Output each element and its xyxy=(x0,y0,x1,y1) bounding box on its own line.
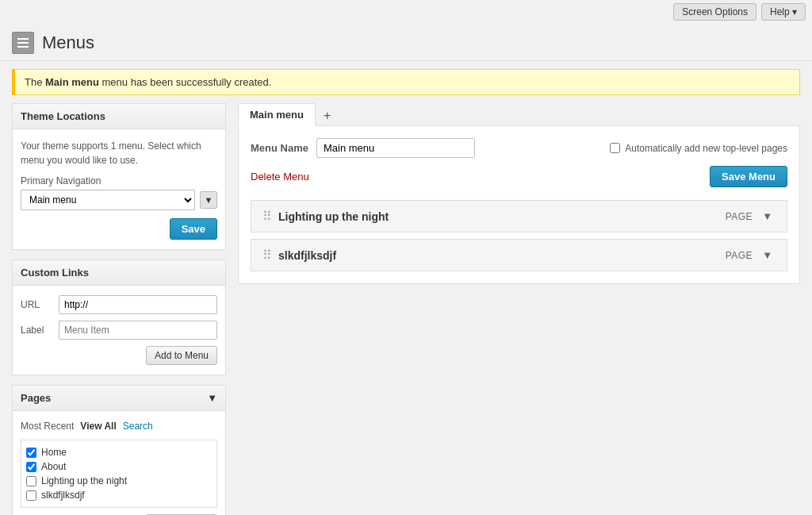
theme-locations-box: Theme Locations Your theme supports 1 me… xyxy=(12,103,226,250)
svg-rect-0 xyxy=(17,38,29,40)
page-item-lighting: Lighting up the night xyxy=(26,474,212,488)
menu-item-slkdfjlksdjf: ⠿ slkdfjlksdjf PAGE ▼ xyxy=(251,239,787,271)
menu-item-chevron-lighting[interactable]: ▼ xyxy=(759,209,776,224)
menu-name-label: Menu Name xyxy=(251,142,308,154)
help-button[interactable]: Help ▾ xyxy=(761,3,806,21)
custom-links-title: Custom Links xyxy=(21,267,89,279)
custom-links-box: Custom Links URL Label Add to Menu xyxy=(12,259,226,375)
menu-items-area: ⠿ Lighting up the night PAGE ▼ ⠿ slkdfjl… xyxy=(251,200,787,271)
notice-suffix: menu has been successfully created. xyxy=(99,76,272,88)
primary-nav-label: Primary Navigation xyxy=(21,175,217,186)
left-panel: Theme Locations Your theme supports 1 me… xyxy=(12,103,226,515)
menus-icon xyxy=(12,32,34,54)
notice-prefix: The xyxy=(25,76,45,88)
delete-menu-link[interactable]: Delete Menu xyxy=(251,171,309,183)
pages-content: Most Recent View All Search Home About xyxy=(13,411,225,515)
menu-item-lighting: ⠿ Lighting up the night PAGE ▼ xyxy=(251,200,787,233)
menu-item-title-lighting: Lighting up the night xyxy=(278,210,389,223)
menu-name-input[interactable] xyxy=(316,138,475,158)
theme-locations-content: Your theme supports 1 menu. Select which… xyxy=(13,129,225,249)
theme-locations-desc: Your theme supports 1 menu. Select which… xyxy=(21,139,217,167)
menu-item-slkdfjlksdjf-right: PAGE ▼ xyxy=(726,248,776,263)
save-menu-button[interactable]: Save Menu xyxy=(710,166,787,187)
right-panel: Main menu + Menu Name Automatically add … xyxy=(238,103,800,285)
url-row: URL xyxy=(21,295,217,314)
page-label-lighting: Lighting up the night xyxy=(41,475,127,486)
pages-box: Pages ▼ Most Recent View All Search Home xyxy=(12,385,226,515)
menu-item-type-lighting: PAGE xyxy=(726,211,753,222)
tab-most-recent[interactable]: Most Recent xyxy=(21,421,74,432)
page-header: Menus xyxy=(0,24,812,61)
primary-nav-select[interactable]: Main menu xyxy=(21,190,195,210)
page-title: Menus xyxy=(42,33,94,53)
tab-add-menu[interactable]: + xyxy=(317,106,337,126)
menu-item-type-slkdfjlksdjf: PAGE xyxy=(726,250,753,261)
pages-collapse-icon[interactable]: ▼ xyxy=(207,392,217,404)
theme-locations-save-button[interactable]: Save xyxy=(170,218,217,240)
main-layout: Theme Locations Your theme supports 1 me… xyxy=(0,103,812,515)
page-label-slkdfjlksdjf: slkdfjlksdjf xyxy=(41,490,85,501)
svg-rect-2 xyxy=(17,46,29,48)
tab-view-all[interactable]: View All xyxy=(80,421,116,432)
label-row: Label xyxy=(21,321,217,340)
pages-title: Pages xyxy=(21,392,51,404)
page-item-slkdfjlksdjf: slkdfjlksdjf xyxy=(26,488,212,502)
success-notice: The Main menu menu has been successfully… xyxy=(12,69,800,95)
drag-handle-lighting[interactable]: ⠿ xyxy=(262,209,272,224)
label-input[interactable] xyxy=(59,321,217,340)
primary-nav-wrapper: Main menu ▼ xyxy=(21,190,217,210)
url-label: URL xyxy=(21,299,52,310)
pages-tabs: Most Recent View All Search xyxy=(21,421,217,432)
menu-tabs: Main menu + xyxy=(238,103,800,126)
custom-links-add-row: Add to Menu xyxy=(21,346,217,365)
delete-save-row: Delete Menu Save Menu xyxy=(251,166,787,187)
page-item-about: About xyxy=(26,459,212,474)
menu-editor: Menu Name Automatically add new top-leve… xyxy=(238,125,800,284)
page-label-home: Home xyxy=(41,447,67,458)
page-checkbox-lighting[interactable] xyxy=(26,476,36,486)
custom-links-content: URL Label Add to Menu xyxy=(13,286,225,375)
theme-locations-header: Theme Locations xyxy=(13,104,225,129)
menu-item-chevron-slkdfjlksdjf[interactable]: ▼ xyxy=(759,248,776,263)
pages-list: Home About Lighting up the night slkdfjl… xyxy=(21,440,217,508)
auto-add-row: Automatically add new top-level pages xyxy=(610,143,787,154)
theme-locations-title: Theme Locations xyxy=(21,110,105,122)
page-item-home: Home xyxy=(26,445,212,459)
theme-locations-save-row: Save xyxy=(21,218,217,240)
page-label-about: About xyxy=(41,461,66,472)
tab-main-menu[interactable]: Main menu xyxy=(238,103,316,126)
menu-name-row: Menu Name xyxy=(251,138,475,158)
notice-menu-name: Main menu xyxy=(45,76,99,88)
menu-item-title-slkdfjlksdjf: slkdfjlksdjf xyxy=(278,249,336,262)
pages-header: Pages ▼ xyxy=(13,386,225,411)
select-arrow-icon[interactable]: ▼ xyxy=(200,191,217,209)
page-checkbox-slkdfjlksdjf[interactable] xyxy=(26,490,36,501)
drag-handle-slkdfjlksdjf[interactable]: ⠿ xyxy=(262,248,272,263)
screen-options-button[interactable]: Screen Options xyxy=(673,3,756,21)
page-checkbox-about[interactable] xyxy=(26,462,36,472)
url-input[interactable] xyxy=(59,295,217,314)
label-label: Label xyxy=(21,325,52,336)
top-bar: Screen Options Help ▾ xyxy=(0,0,812,24)
tab-search[interactable]: Search xyxy=(123,421,153,432)
page-checkbox-home[interactable] xyxy=(26,448,36,458)
svg-rect-1 xyxy=(17,42,29,44)
custom-links-add-button[interactable]: Add to Menu xyxy=(146,346,217,365)
menu-item-lighting-right: PAGE ▼ xyxy=(726,209,776,224)
auto-add-label: Automatically add new top-level pages xyxy=(625,143,787,154)
auto-add-checkbox[interactable] xyxy=(610,143,620,153)
custom-links-header: Custom Links xyxy=(13,260,225,286)
menu-item-lighting-left: ⠿ Lighting up the night xyxy=(262,209,389,224)
menu-item-slkdfjlksdjf-left: ⠿ slkdfjlksdjf xyxy=(262,248,336,263)
